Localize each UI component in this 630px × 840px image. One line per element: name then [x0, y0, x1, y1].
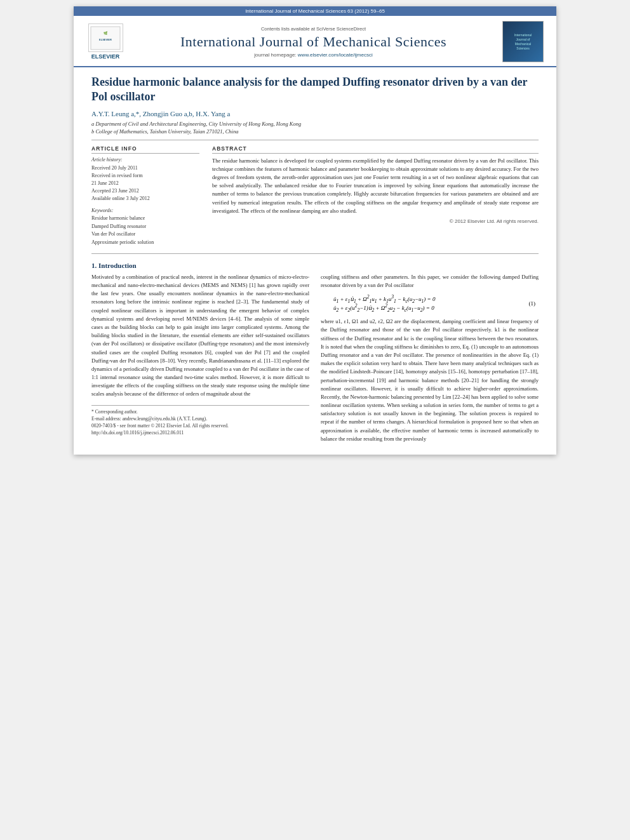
journal-title: International Journal of Mechanical Scie… — [124, 34, 502, 50]
homepage-label: journal homepage: — [254, 52, 296, 58]
journal-logo: International Journal of Mechanical Scie… — [502, 21, 544, 62]
authors-line: A.Y.T. Leung a,*, Zhongjin Guo a,b, H.X.… — [91, 110, 539, 117]
svg-text:🌿: 🌿 — [104, 31, 108, 36]
history-item-3: Accepted 23 June 2012 — [91, 187, 199, 195]
article-info-label: Article Info — [91, 145, 199, 154]
affiliations: a Department of Civil and Architectural … — [91, 121, 539, 135]
keyword-0: Residue harmonic balance — [91, 215, 199, 223]
section1-col1: Motivated by a combination of practical … — [91, 273, 309, 447]
article-info-col: Article Info Article history: Received 2… — [91, 145, 199, 247]
elsevier-logo-image: 🌿 ELSEVIER — [88, 23, 123, 52]
section1-number: 1. — [91, 262, 97, 269]
article-title: Residue harmonic balance analysis for th… — [91, 75, 539, 105]
footnote-4: http://dx.doi.org/10.1016/j.ijmecsci.201… — [91, 429, 309, 436]
elsevier-logo: 🌿 ELSEVIER ELSEVIER — [86, 23, 124, 60]
history-item-2: 21 June 2012 — [91, 180, 199, 187]
affiliation-2: b College of Mathematics, Taishan Univer… — [91, 128, 539, 135]
eq1-line1: ü1 + ε1u̇1 + Ω21u1 + k1u31 − kc(u2−u1) =… — [333, 296, 529, 302]
footnote-3: 0020-7403/$ - see front matter © 2012 El… — [91, 422, 309, 429]
section1-body: Motivated by a combination of practical … — [91, 273, 539, 447]
journal-citation-bar: International Journal of Mechanical Scie… — [74, 6, 556, 16]
history-item-0: Received 20 July 2011 — [91, 164, 199, 172]
history-item-1: Received in revised form — [91, 172, 199, 180]
affiliation-1: a Department of Civil and Architectural … — [91, 121, 539, 127]
journal-citation: International Journal of Mechanical Scie… — [245, 8, 385, 14]
section1-col2: coupling stiffness and other parameters.… — [321, 273, 539, 447]
history-item-4: Available online 3 July 2012 — [91, 195, 199, 203]
section1-para2-rest: where u1, ε1, Ω1 and u2, ε2, Ω2 are the … — [321, 317, 539, 443]
article-info-abstract: Article Info Article history: Received 2… — [91, 145, 539, 247]
sciverse-label: Contents lists available at SciVerse Sci… — [261, 26, 366, 32]
svg-text:ELSEVIER: ELSEVIER — [99, 38, 112, 41]
homepage-url[interactable]: www.elsevier.com/locate/ijmecsci — [298, 52, 373, 58]
equation-1-number: (1) — [529, 300, 539, 307]
journal-homepage: journal homepage: www.elsevier.com/locat… — [124, 52, 502, 58]
journal-header: 🌿 ELSEVIER ELSEVIER Contents lists avail… — [74, 16, 556, 67]
keyword-3: Approximate periodic solution — [91, 239, 199, 247]
footnote-1: E-mail address: andrew.leung@cityu.edu.h… — [91, 415, 309, 422]
abstract-col: Abstract The residue harmonic balance is… — [212, 145, 539, 247]
abstract-text: The residue harmonic balance is develope… — [212, 157, 539, 215]
history-label: Article history: — [91, 157, 199, 163]
section1-title: 1. Introduction — [91, 262, 539, 269]
section1-heading: Introduction — [98, 262, 137, 269]
keyword-1: Damped Duffing resonator — [91, 223, 199, 231]
keyword-2: Van der Pol oscillator — [91, 230, 199, 239]
footnote-0: * Corresponding author. — [91, 408, 309, 415]
divider-2 — [91, 253, 539, 254]
equation-1-block: ü1 + ε1u̇1 + Ω21u1 + k1u31 − kc(u2−u1) =… — [321, 295, 539, 312]
elsevier-text: ELSEVIER — [91, 53, 120, 60]
keywords-label: Keywords: — [91, 208, 199, 213]
sciverse-line: Contents lists available at SciVerse Sci… — [124, 26, 502, 32]
section1-para2-intro: coupling stiffness and other parameters.… — [321, 273, 539, 290]
section1-para1: Motivated by a combination of practical … — [91, 273, 309, 399]
history-items: Received 20 July 2011 Received in revise… — [91, 164, 199, 203]
divider-1 — [91, 140, 539, 140]
authors-text: A.Y.T. Leung a,*, Zhongjin Guo a,b, H.X.… — [91, 110, 230, 117]
abstract-label: Abstract — [212, 145, 539, 154]
equation-1-content: ü1 + ε1u̇1 + Ω21u1 + k1u31 − kc(u2−u1) =… — [333, 295, 529, 312]
footnotes: * Corresponding author. E-mail address: … — [91, 405, 309, 437]
keywords-list: Residue harmonic balance Damped Duffing … — [91, 215, 199, 247]
copyright: © 2012 Elsevier Ltd. All rights reserved… — [212, 218, 539, 224]
main-content: Residue harmonic balance analysis for th… — [74, 67, 556, 455]
page: International Journal of Mechanical Scie… — [74, 6, 556, 455]
journal-header-center: Contents lists available at SciVerse Sci… — [124, 26, 502, 58]
eq1-line2: ü2 + ε2(u22−1)u̇2 + Ω22u2 − kc(u1−u2) = … — [333, 305, 529, 311]
